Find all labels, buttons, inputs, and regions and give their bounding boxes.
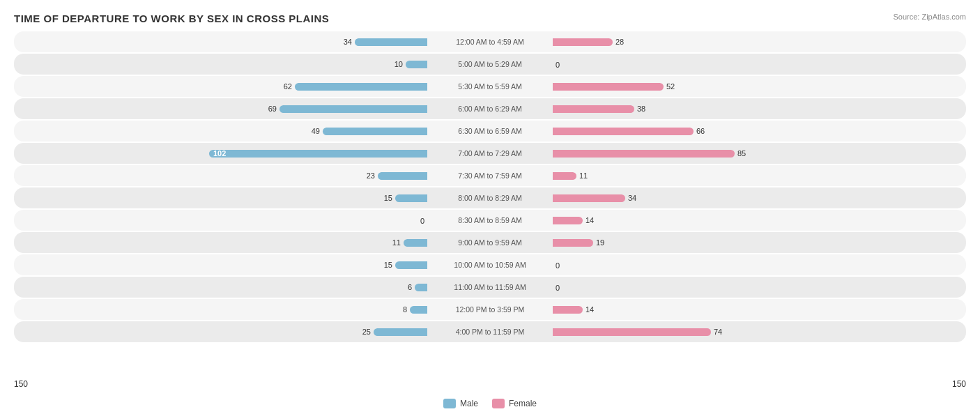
female-bar-container: 28 (553, 38, 966, 46)
axis-right: 150 (952, 379, 966, 389)
male-bar (395, 194, 427, 202)
male-bar-container: 8 (14, 306, 427, 314)
chart-row: 62 5:30 AM to 5:59 AM 52 (14, 76, 966, 97)
female-bar (553, 194, 625, 202)
chart-row: 15 10:00 AM to 10:59 AM 0 (14, 254, 966, 275)
male-bar-container: 25 (14, 328, 427, 336)
female-label: Female (509, 399, 537, 408)
chart-row: 34 12:00 AM to 4:59 AM 28 (14, 31, 966, 52)
female-bar-container: 52 (553, 83, 966, 91)
female-bar (553, 306, 583, 314)
chart-row: 25 4:00 PM to 11:59 PM 74 (14, 321, 966, 342)
time-label: 5:00 AM to 5:29 AM (427, 60, 553, 68)
female-bar (553, 217, 583, 224)
time-label: 7:00 AM to 7:29 AM (427, 149, 553, 158)
male-bar (410, 306, 427, 314)
male-bar: 102 (209, 150, 427, 158)
male-label: Male (460, 399, 478, 408)
male-bar-container: 11 (14, 239, 427, 247)
female-bar-container: 66 (553, 128, 966, 135)
time-label: 11:00 AM to 11:59 AM (427, 283, 553, 291)
female-bar (553, 38, 613, 46)
time-label: 6:30 AM to 6:59 AM (427, 127, 553, 135)
time-label: 7:30 AM to 7:59 AM (427, 171, 553, 180)
female-bar-container: 85 (553, 150, 966, 158)
chart-container: TIME OF DEPARTURE TO WORK BY SEX IN CROS… (0, 0, 980, 414)
male-bar (415, 284, 427, 291)
chart-title: TIME OF DEPARTURE TO WORK BY SEX IN CROS… (14, 13, 966, 24)
female-bar-container: 14 (553, 306, 966, 314)
time-label: 12:00 PM to 3:59 PM (427, 305, 553, 314)
male-bar-container: 23 (14, 172, 427, 180)
female-bar-container: 19 (553, 239, 966, 247)
male-bar (280, 105, 427, 113)
legend: Male Female (443, 399, 537, 408)
female-bar-container: 0 (553, 284, 966, 291)
male-bar (374, 328, 427, 336)
chart-row: 69 6:00 AM to 6:29 AM 38 (14, 98, 966, 119)
time-label: 4:00 PM to 11:59 PM (427, 328, 553, 336)
legend-female: Female (492, 399, 537, 408)
male-bar (295, 83, 427, 91)
female-swatch (492, 399, 505, 408)
male-bar (395, 261, 427, 269)
female-bar (553, 128, 694, 135)
female-bar-container: 74 (553, 328, 966, 336)
male-bar-container: 6 (14, 284, 427, 291)
male-bar-container: 49 (14, 128, 427, 135)
male-bar (404, 239, 427, 247)
female-bar (553, 150, 735, 158)
female-bar (553, 83, 664, 91)
axis-left: 150 (14, 379, 28, 389)
female-bar-container: 38 (553, 105, 966, 113)
male-bar (355, 38, 427, 46)
male-bar (323, 128, 427, 135)
male-bar (378, 172, 427, 180)
female-bar-container: 0 (553, 61, 966, 68)
female-bar-container: 14 (553, 217, 966, 224)
legend-male: Male (443, 399, 478, 408)
male-bar-container: 10 (14, 61, 427, 68)
chart-area: 34 12:00 AM to 4:59 AM 28 10 (14, 31, 966, 370)
time-label: 8:00 AM to 8:29 AM (427, 194, 553, 202)
chart-row: 49 6:30 AM to 6:59 AM 66 (14, 121, 966, 141)
male-swatch (443, 399, 456, 408)
chart-row: 8 12:00 PM to 3:59 PM 14 (14, 299, 966, 320)
female-bar (553, 172, 576, 180)
female-bar-container: 0 (553, 261, 966, 269)
source-label: Source: ZipAtlas.com (893, 13, 966, 21)
female-bar (553, 105, 634, 113)
male-bar-container: 15 (14, 261, 427, 269)
male-bar-container: 15 (14, 194, 427, 202)
chart-row: 15 8:00 AM to 8:29 AM 34 (14, 187, 966, 208)
chart-row: 102 7:00 AM to 7:29 AM 85 (14, 143, 966, 164)
female-bar (553, 239, 593, 247)
time-label: 8:30 AM to 8:59 AM (427, 216, 553, 224)
time-label: 10:00 AM to 10:59 AM (427, 261, 553, 269)
time-label: 12:00 AM to 4:59 AM (427, 38, 553, 46)
chart-row: 10 5:00 AM to 5:29 AM 0 (14, 54, 966, 75)
female-bar-container: 11 (553, 172, 966, 180)
male-bar-container: 69 (14, 105, 427, 113)
time-label: 5:30 AM to 5:59 AM (427, 82, 553, 91)
chart-row: 11 9:00 AM to 9:59 AM 19 (14, 232, 966, 253)
male-bar-container: 62 (14, 83, 427, 91)
male-bar-container: 0 (14, 217, 427, 224)
chart-row: 6 11:00 AM to 11:59 AM 0 (14, 277, 966, 298)
male-bar-container: 34 (14, 38, 427, 46)
female-bar-container: 34 (553, 194, 966, 202)
chart-row: 0 8:30 AM to 8:59 AM 14 (14, 210, 966, 231)
chart-row: 23 7:30 AM to 7:59 AM 11 (14, 165, 966, 186)
female-bar (553, 328, 711, 336)
time-label: 6:00 AM to 6:29 AM (427, 105, 553, 113)
male-bar (406, 61, 427, 68)
male-bar-container: 102 (14, 150, 427, 158)
time-label: 9:00 AM to 9:59 AM (427, 238, 553, 247)
